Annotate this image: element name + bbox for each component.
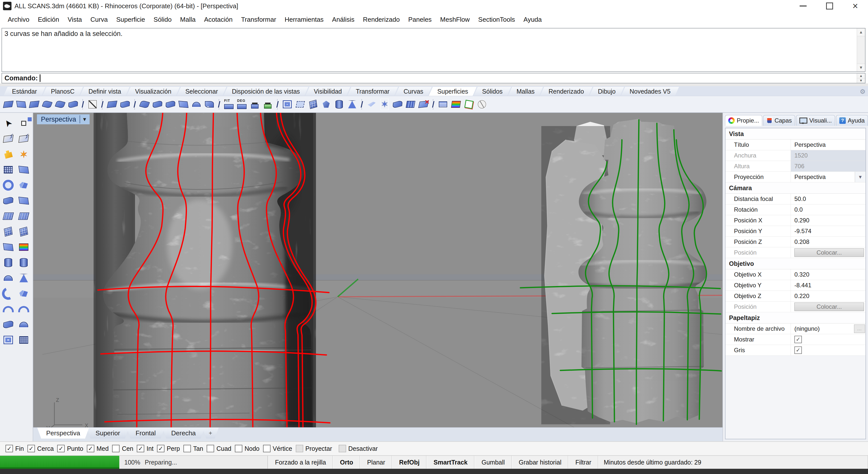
menu-paneles[interactable]: Paneles (404, 14, 436, 26)
merge-surfaces-icon[interactable] (392, 99, 403, 110)
chevron-down-icon[interactable] (855, 172, 866, 182)
tab-visualizacion[interactable]: Visualización (127, 87, 180, 96)
viewport-tab-superior[interactable]: Superior (87, 428, 129, 439)
status-filtrar[interactable]: Filtrar (568, 456, 598, 469)
checkbox[interactable] (27, 445, 35, 452)
untrim-icon[interactable] (307, 99, 319, 110)
surface-fragments-icon[interactable] (17, 179, 30, 192)
tab-renderizado-group[interactable]: Renderizado (540, 87, 592, 96)
prop-mostrar[interactable]: Mostrar (725, 334, 866, 345)
surface-grid-icon[interactable] (2, 210, 15, 223)
menu-herramientas[interactable]: Herramientas (280, 14, 328, 26)
panel-tab-ayuda[interactable]: Ayuda (836, 115, 868, 126)
browse-button[interactable] (854, 324, 865, 333)
prop-objetivo-y[interactable]: Objetivo Y -8.441 (725, 280, 866, 291)
analysis-rainbow-icon[interactable] (17, 241, 30, 254)
toolbar-gear-icon[interactable]: ⚙ (860, 88, 866, 96)
adjust-seam-icon[interactable] (476, 99, 488, 110)
fit-surface-deg-icon[interactable]: DEG (236, 99, 248, 110)
connect-surfaces-icon[interactable] (366, 99, 377, 110)
menu-renderizado[interactable]: Renderizado (359, 14, 404, 26)
prop-objetivo-x[interactable]: Objetivo X 0.320 (725, 269, 866, 280)
command-history[interactable]: 3 curvas se han añadido a la selección. (1, 28, 866, 72)
menu-ayuda[interactable]: Ayuda (519, 14, 546, 26)
status-grabar-historial[interactable]: Grabar historial (512, 456, 568, 469)
separator[interactable] (277, 99, 278, 109)
status-smarttrack[interactable]: SmartTrack (427, 456, 474, 469)
status-orto[interactable]: Orto (333, 456, 360, 469)
osnap-int[interactable]: Int (137, 445, 154, 452)
menu-analisis[interactable]: Análisis (328, 14, 359, 26)
fillet-surface-icon[interactable] (334, 99, 345, 110)
separator[interactable] (82, 99, 83, 109)
rebuild-surface-icon[interactable] (249, 99, 260, 110)
viewport-perspectiva[interactable]: Perspectiva ▼ (33, 113, 722, 427)
chevron-down-icon[interactable]: ▼ (82, 117, 87, 122)
menu-sectiontools[interactable]: SectionTools (474, 14, 519, 26)
checkbox[interactable] (157, 445, 164, 452)
menu-curva[interactable]: Curva (86, 14, 112, 26)
prop-posicion-z[interactable]: Posición Z 0.208 (725, 236, 866, 247)
extend-surface-icon[interactable] (2, 132, 15, 145)
fin-surface-icon[interactable] (2, 318, 15, 331)
command-input[interactable]: Comando: (1, 73, 866, 83)
sweep-2-rails-icon[interactable] (165, 99, 176, 110)
checkbox[interactable] (235, 445, 242, 452)
maximize-button[interactable] (826, 2, 833, 9)
tab-superficies[interactable]: Superficies (429, 87, 477, 96)
corner-points-surface-icon[interactable] (17, 194, 30, 207)
osnap-tan[interactable]: Tan (183, 445, 203, 452)
separator[interactable] (102, 99, 103, 109)
surface-analysis-icon[interactable] (437, 99, 449, 110)
minimize-button[interactable] (800, 5, 807, 6)
blend-surface-icon[interactable] (346, 99, 358, 110)
spinner-down-icon[interactable] (857, 78, 865, 83)
viewport-tab-new[interactable]: + (202, 428, 219, 439)
panel-tab-propiedades[interactable]: Propie... (725, 115, 762, 126)
separator[interactable] (134, 99, 135, 109)
menu-solido[interactable]: Sólido (149, 14, 176, 26)
control-cage-icon[interactable] (2, 225, 15, 238)
edge-continu-icon[interactable] (463, 99, 475, 110)
prop-rotacion[interactable]: Rotación 0.0 (725, 204, 866, 215)
osnap-fin[interactable]: Fin (5, 445, 24, 452)
prop-posicion-colocar[interactable]: Posición Colocar... (725, 247, 866, 258)
command-spinner[interactable] (857, 73, 865, 83)
surface-from-planar-curves-icon[interactable] (16, 99, 27, 110)
surface-from-network-icon[interactable] (17, 163, 30, 176)
status-gumball[interactable]: Gumball (474, 456, 512, 469)
cylinder-icon[interactable] (2, 256, 15, 269)
checkbox[interactable] (137, 445, 144, 452)
checkbox[interactable] (183, 445, 191, 452)
prop-nombre-archivo[interactable]: Nombre de archivo (ninguno) (725, 323, 866, 334)
array-along-surface-icon[interactable] (405, 99, 416, 110)
checkbox[interactable] (207, 445, 214, 452)
surface-from-plane-icon[interactable] (281, 99, 293, 110)
surface-from-edge-curves-icon[interactable] (41, 99, 53, 110)
prop-gris[interactable]: Gris (725, 345, 866, 356)
tab-planosc[interactable]: PlanosC (42, 87, 83, 96)
sweep-1-rail-icon[interactable] (152, 99, 163, 110)
offset-surface-icon[interactable] (320, 99, 332, 110)
tab-curvas[interactable]: Curvas (395, 87, 432, 96)
close-button[interactable]: × (852, 3, 858, 9)
surface-grid-wire-icon[interactable] (17, 210, 30, 223)
tab-disposicion-de-las-vistas[interactable]: Disposición de las vistas (223, 87, 308, 96)
cone-icon[interactable] (17, 272, 30, 285)
loft-icon[interactable] (139, 99, 150, 110)
menu-meshflow[interactable]: MeshFlow (436, 14, 474, 26)
viewport-tab-perspectiva[interactable]: Perspectiva (37, 428, 89, 439)
osnap-punto[interactable]: Punto (57, 445, 83, 452)
osnap-perp[interactable]: Perp (157, 445, 180, 452)
prop-posicion-x[interactable]: Posición X 0.290 (725, 215, 866, 226)
arch-icon[interactable] (17, 303, 30, 316)
viewport-canvas[interactable]: z x y (33, 113, 722, 427)
checkbox[interactable] (339, 445, 346, 452)
extrude-along-curve-icon[interactable] (119, 99, 131, 110)
prop-proyeccion[interactable]: Proyección Perspectiva (725, 172, 866, 183)
menu-transformar[interactable]: Transformar (237, 14, 280, 26)
cage-edit-icon[interactable] (2, 148, 15, 161)
curvature-analysis-icon[interactable] (450, 99, 462, 110)
osnap-proyectar[interactable]: Proyectar (296, 445, 332, 452)
command-scrollbar[interactable] (857, 28, 865, 71)
